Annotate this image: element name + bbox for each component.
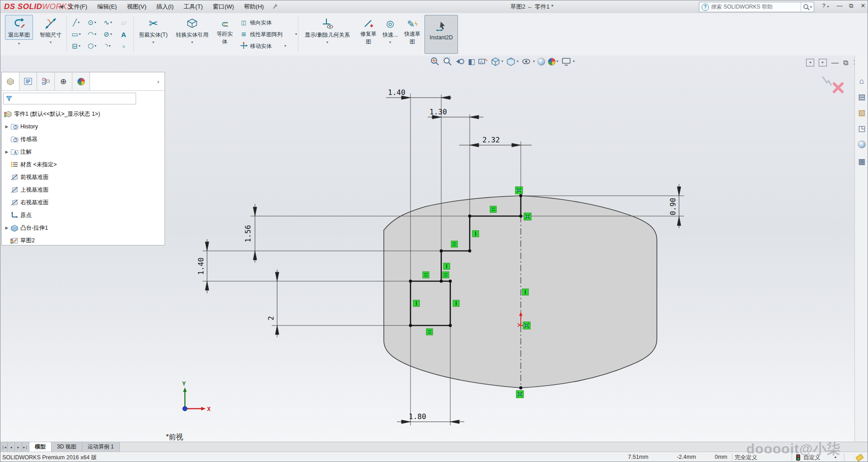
custom-units-button[interactable]: 自定义 — [803, 454, 821, 462]
linear-pattern-button[interactable]: ⊞线性草图阵列▾ — [239, 28, 297, 40]
tab-scroll-last-icon[interactable]: ▸❘ — [22, 442, 29, 452]
dimension-text[interactable]: 2 — [267, 316, 275, 321]
tree-item-right-plane[interactable]: 右视基准面 — [10, 197, 49, 208]
display-delete-relations-button[interactable]: 显示/删除几何关系 ▾ — [301, 16, 354, 44]
zoom-area-icon[interactable] — [443, 57, 453, 66]
move-caret-icon[interactable]: ▾ — [284, 44, 286, 48]
view-settings-icon[interactable]: ▾ — [561, 57, 575, 66]
menu-window[interactable]: 窗口(W) — [208, 0, 239, 13]
relations-caret-icon[interactable]: ▾ — [326, 41, 328, 44]
tree-root-part[interactable]: 零件1 (默认<<默认>_显示状态 1>) — [4, 108, 100, 119]
units-caret-icon[interactable]: ▴ — [835, 455, 836, 459]
section-view-icon[interactable]: ◧ — [468, 57, 475, 66]
polygon-tool[interactable]: ⬡▾ — [84, 40, 100, 52]
file-explorer-icon[interactable]: ▧ — [858, 109, 865, 117]
text-tool[interactable]: A — [116, 28, 132, 40]
menu-file[interactable]: 文件(F) — [63, 0, 92, 13]
expand-right-pane-icon[interactable]: ▸ — [819, 59, 827, 66]
collapse-left-pane-icon[interactable]: ◂ — [806, 59, 814, 66]
tag-icon[interactable] — [855, 454, 864, 462]
tree-item-sensors[interactable]: 传感器 — [10, 134, 38, 145]
tree-filter[interactable] — [3, 93, 136, 104]
trim-entities-button[interactable]: ✂ 剪裁实体(T) ▾ — [136, 16, 170, 44]
expand-arrow-icon[interactable]: ▶ — [4, 226, 10, 230]
tree-item-top-plane[interactable]: 上视基准面 — [10, 184, 49, 195]
exit-sketch-button[interactable]: 退出草图 ▾ — [4, 15, 34, 46]
tab-scroll-first-icon[interactable]: ❘◂ — [0, 442, 8, 452]
plane-tool[interactable]: ▱ — [116, 17, 132, 28]
design-library-icon[interactable]: ▤ — [858, 93, 865, 101]
pin-icon[interactable] — [272, 4, 278, 10]
previous-view-icon[interactable] — [455, 57, 465, 66]
linear-pattern-caret-icon[interactable]: ▾ — [295, 33, 297, 36]
doc-minimize-button[interactable]: — — [831, 59, 839, 67]
tree-item-front-plane[interactable]: 前视基准面 — [10, 172, 49, 183]
dimension-text[interactable]: 1.56 — [244, 225, 252, 243]
edit-appearance-icon[interactable] — [538, 58, 545, 66]
fillet-tool[interactable]: ◝▾ — [100, 40, 116, 52]
menu-help[interactable]: 帮助(H) — [239, 0, 269, 13]
rectangle-tool[interactable]: ▭▾ — [68, 28, 84, 40]
expand-arrow-icon[interactable]: ▶ — [4, 124, 10, 129]
dimension-text[interactable]: 1.40 — [388, 88, 406, 97]
instant2d-button[interactable]: Instant2D — [425, 15, 458, 54]
move-entities-button[interactable]: 移动实体▾ — [239, 40, 297, 52]
tree-item-annotations[interactable]: ▶ A 注解 — [4, 146, 32, 157]
app-restore-button[interactable]: ⧉ — [847, 2, 856, 9]
panel-expand-icon[interactable]: › — [152, 72, 165, 90]
quick-snaps-button[interactable]: ◎ 快速... ▾ — [380, 16, 400, 44]
menu-insert[interactable]: 插入(I) — [151, 0, 179, 13]
quick-snaps-caret-icon[interactable]: ▾ — [389, 41, 391, 44]
dimension-text[interactable]: 1.40 — [197, 258, 205, 275]
annotation-view-icon[interactable]: A — [478, 57, 488, 66]
search-button[interactable]: ▾ — [801, 2, 814, 12]
menu-tools[interactable]: 工具(T) — [179, 0, 208, 13]
smart-dimension-caret-icon[interactable]: ▾ — [50, 41, 52, 44]
help-menu-button[interactable]: ? ▾ — [819, 2, 832, 9]
spline-tool[interactable]: ∿▾ — [100, 17, 116, 28]
configuration-manager-tab[interactable] — [37, 72, 55, 90]
line-tool[interactable]: ╱▾ — [68, 17, 84, 28]
tree-item-history[interactable]: ▶ History — [4, 121, 38, 132]
exit-sketch-caret-icon[interactable]: ▾ — [18, 42, 20, 46]
convert-caret-icon[interactable]: ▾ — [191, 41, 193, 44]
dimension-text[interactable]: 0.90 — [669, 198, 677, 216]
circle-tool[interactable]: ⊙▾ — [84, 17, 100, 28]
custom-properties-icon[interactable]: ▦ — [858, 158, 865, 166]
tree-item-origin[interactable]: 原点 — [10, 210, 32, 221]
point-tool[interactable]: ▫ — [116, 40, 132, 52]
home-icon[interactable]: ⌂ — [859, 77, 864, 85]
slot-tool[interactable]: ⊟▾ — [68, 40, 84, 52]
motion-study-tab[interactable]: 运动算例 1 — [82, 442, 120, 452]
tree-item-sketch2[interactable]: 草图2 — [10, 235, 35, 246]
dimension-text[interactable]: 1.30 — [429, 108, 447, 116]
mirror-entities-button[interactable]: ◫镜向实体 — [239, 17, 297, 28]
smart-dimension-button[interactable]: 智能尺寸 ▾ — [37, 16, 65, 44]
appearances-icon[interactable] — [858, 141, 866, 150]
view-palette-icon[interactable]: ◳ — [858, 125, 865, 133]
feature-manager-tab[interactable] — [2, 72, 19, 90]
display-manager-tab[interactable] — [72, 72, 90, 90]
arc-tool[interactable]: ◠▾ — [84, 28, 100, 40]
menu-collapse-icon[interactable]: ◀ — [59, 4, 63, 9]
doc-restore-button[interactable]: ⧉ — [843, 59, 848, 67]
trim-caret-icon[interactable]: ▾ — [152, 41, 154, 44]
tree-item-boss-extrude[interactable]: ▶ 凸台-拉伸1 — [4, 222, 48, 233]
app-close-button[interactable]: ✕ — [859, 2, 868, 9]
app-minimize-button[interactable]: — — [835, 2, 844, 9]
search-input[interactable]: 搜索 SOLIDWORKS 帮助 — [711, 3, 801, 11]
repair-sketch-button[interactable]: 修复草图 — [357, 18, 380, 46]
dimension-text[interactable]: 2.32 — [482, 136, 500, 144]
dimension-text[interactable]: 1.80 — [409, 412, 426, 421]
property-manager-tab[interactable] — [19, 72, 37, 90]
model-tab[interactable]: 模型 — [29, 442, 52, 452]
tab-scroll-left-icon[interactable]: ◂ — [8, 442, 15, 452]
part-silhouette[interactable] — [384, 196, 657, 388]
help-search[interactable]: ? 搜索 SOLIDWORKS 帮助 ▾ — [699, 2, 814, 12]
display-style-icon[interactable]: ▾ — [506, 57, 519, 66]
tree-item-material[interactable]: 材质 <未指定> — [10, 159, 57, 170]
dimxpert-manager-tab[interactable]: ⊕ — [55, 72, 72, 90]
menu-edit[interactable]: 编辑(E) — [92, 0, 122, 13]
convert-entities-button[interactable]: 转换实体引用 ▾ — [172, 16, 212, 44]
offset-entities-button[interactable]: ⊂⊂ 等距实体 — [213, 18, 236, 46]
